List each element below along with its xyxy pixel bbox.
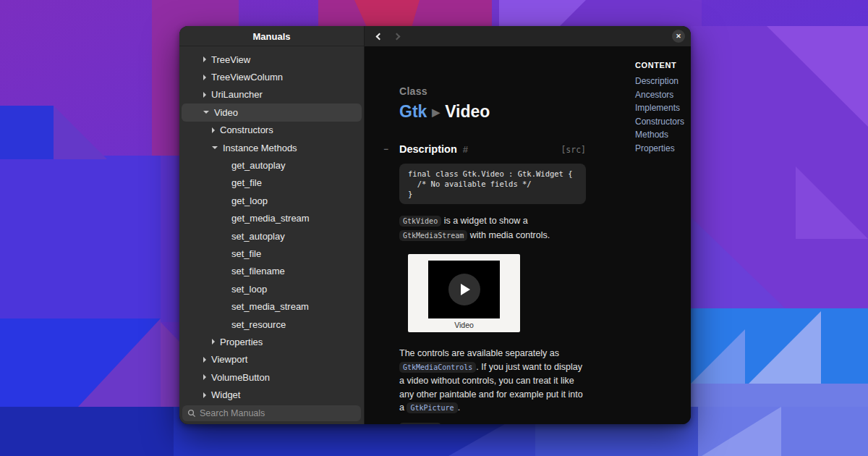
- toc-link-properties[interactable]: Properties: [635, 143, 690, 153]
- code-block: final class Gtk.Video : Gtk.Widget { /* …: [399, 164, 586, 204]
- chevron-right-icon[interactable]: [203, 92, 206, 98]
- tree-item-label: set_filename: [231, 266, 285, 276]
- close-button[interactable]: ✕: [672, 30, 685, 43]
- chevron-right-icon: [393, 33, 400, 40]
- chevron-left-icon: [375, 33, 383, 40]
- breadcrumb-class: Video: [445, 101, 490, 122]
- sidebar-item-set-file[interactable]: set_file: [182, 245, 362, 262]
- sidebar-item-volumebutton[interactable]: VolumeButton: [182, 368, 362, 386]
- tree-item-label: set_autoplay: [231, 231, 285, 242]
- video-widget-figure: Video: [408, 254, 520, 332]
- section-collapse-toggle[interactable]: −: [383, 144, 388, 154]
- tree-item-label: TreeView: [211, 54, 250, 65]
- tree-item-label: set_resource: [231, 319, 286, 330]
- paragraph-text: with media controls.: [467, 230, 550, 240]
- sidebar-item-instance-methods[interactable]: Instance Methods: [182, 139, 362, 156]
- paragraph-text: aims to cover use cases such as: [441, 423, 574, 425]
- tree-item-label: get_autoplay: [231, 160, 285, 171]
- desktop: Manuals TreeViewTreeViewColumnUriLaunche…: [0, 0, 868, 456]
- sidebar-item-set-filename[interactable]: set_filename: [182, 263, 362, 280]
- main-pane: ✕ Class Gtk ▶ Video − Description # [sr: [365, 26, 691, 424]
- sidebar-item-video[interactable]: Video: [182, 104, 362, 121]
- play-button-icon: [448, 274, 480, 305]
- paragraph-text: is a widget to show a: [441, 216, 528, 226]
- search-input[interactable]: [200, 408, 356, 418]
- paragraph-text: .: [458, 402, 460, 413]
- breadcrumb-arrow-icon: ▶: [432, 101, 440, 123]
- tree-item-label: set_loop: [231, 284, 267, 295]
- inline-code: GtkVideo: [399, 423, 441, 425]
- sidebar-item-get-autoplay[interactable]: get_autoplay: [182, 156, 362, 174]
- tree-item-label: Viewport: [211, 354, 247, 365]
- content-toc: CONTENT Description Ancestors Implements…: [635, 61, 690, 153]
- source-link[interactable]: [src]: [561, 145, 586, 155]
- tree-item-label: Widget: [211, 389, 240, 400]
- figure-caption: Video: [454, 321, 474, 329]
- tree-item-label: UriLauncher: [211, 89, 263, 100]
- chevron-right-icon[interactable]: [203, 392, 206, 398]
- paragraph: The controls are available separately as…: [399, 347, 586, 415]
- toc-link-description[interactable]: Description: [635, 76, 690, 86]
- inline-code-link[interactable]: GtkMediaControls: [399, 362, 476, 373]
- chevron-right-icon[interactable]: [203, 357, 206, 363]
- tree-item-label: VolumeButton: [211, 372, 270, 383]
- forward-button[interactable]: [389, 28, 405, 44]
- paragraph-text: The controls are available separately as: [399, 348, 559, 358]
- chevron-right-icon[interactable]: [212, 339, 215, 345]
- window-title: Manuals: [252, 31, 290, 42]
- tree-item-label: get_loop: [231, 195, 268, 206]
- close-icon: ✕: [676, 33, 681, 40]
- sidebar-item-treeviewcolumn[interactable]: TreeViewColumn: [182, 68, 362, 85]
- paragraph: GtkVideo aims to cover use cases such as: [399, 421, 586, 425]
- doc-column: Class Gtk ▶ Video − Description # [src] …: [399, 46, 586, 424]
- sidebar-headerbar: Manuals: [179, 26, 364, 46]
- search-icon: [187, 409, 196, 418]
- sidebar-item-viewport[interactable]: Viewport: [182, 351, 362, 368]
- tree-item-label: set_media_stream: [231, 301, 309, 312]
- section-anchor-link[interactable]: #: [463, 144, 468, 155]
- chevron-right-icon[interactable]: [203, 75, 206, 80]
- breadcrumb-namespace[interactable]: Gtk: [399, 101, 427, 122]
- sidebar-item-constructors[interactable]: Constructors: [182, 122, 362, 139]
- sidebar: Manuals TreeViewTreeViewColumnUriLaunche…: [179, 26, 365, 424]
- toc-link-constructors[interactable]: Constructors: [635, 117, 690, 127]
- sidebar-item-set-resource[interactable]: set_resource: [182, 316, 362, 333]
- chevron-right-icon[interactable]: [203, 56, 206, 62]
- tree-item-label: TreeViewColumn: [211, 72, 283, 83]
- sidebar-tree: TreeViewTreeViewColumnUriLauncherVideoCo…: [179, 46, 364, 403]
- chevron-right-icon[interactable]: [203, 374, 206, 380]
- search-row: [179, 403, 364, 424]
- sidebar-item-get-file[interactable]: get_file: [182, 174, 362, 192]
- back-button[interactable]: [370, 28, 386, 44]
- sidebar-item-set-loop[interactable]: set_loop: [182, 280, 362, 297]
- tree-item-label: Constructors: [220, 124, 273, 135]
- page-kicker: Class: [399, 85, 586, 97]
- toc-link-implements[interactable]: Implements: [635, 103, 690, 113]
- sidebar-item-widget[interactable]: Widget: [182, 386, 362, 403]
- chevron-down-icon[interactable]: [203, 111, 209, 114]
- sidebar-item-set-media-stream[interactable]: set_media_stream: [182, 297, 362, 315]
- toc-link-ancestors[interactable]: Ancestors: [635, 90, 690, 100]
- tree-item-label: set_file: [231, 248, 261, 259]
- sidebar-item-properties[interactable]: Properties: [182, 333, 362, 350]
- inline-code-link[interactable]: GtkPicture: [407, 402, 457, 413]
- sidebar-item-get-loop[interactable]: get_loop: [182, 192, 362, 209]
- chevron-down-icon[interactable]: [212, 146, 218, 149]
- toc-link-methods[interactable]: Methods: [635, 130, 690, 140]
- sidebar-item-treeview[interactable]: TreeView: [182, 51, 362, 68]
- paragraph: GtkVideo is a widget to show a GtkMediaS…: [399, 214, 586, 242]
- search-entry[interactable]: [182, 405, 361, 421]
- manuals-window: Manuals TreeViewTreeViewColumnUriLaunche…: [179, 26, 691, 424]
- inline-code: GtkMediaStream: [399, 230, 467, 241]
- tree-item-label: Instance Methods: [223, 143, 297, 153]
- tree-item-label: get_media_stream: [231, 213, 310, 224]
- toc-title: CONTENT: [635, 61, 690, 69]
- tree-item-label: Video: [214, 107, 238, 118]
- inline-code: GtkVideo: [399, 216, 441, 227]
- chevron-right-icon[interactable]: [212, 127, 215, 133]
- sidebar-item-set-autoplay[interactable]: set_autoplay: [182, 227, 362, 245]
- sidebar-item-urilauncher[interactable]: UriLauncher: [182, 86, 362, 104]
- description-section-heading: − Description # [src]: [399, 143, 586, 155]
- doc-content: Class Gtk ▶ Video − Description # [src] …: [365, 46, 691, 424]
- sidebar-item-get-media-stream[interactable]: get_media_stream: [182, 210, 362, 227]
